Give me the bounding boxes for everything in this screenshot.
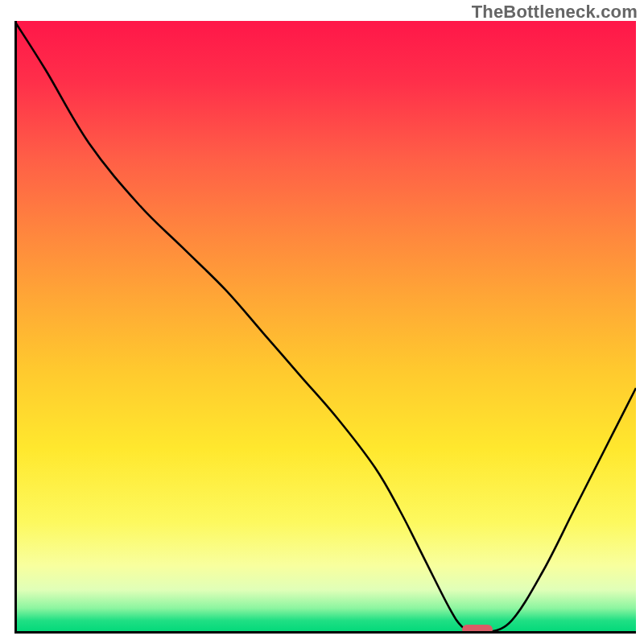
chart-container: TheBottleneck.com [0, 0, 644, 644]
watermark-text: TheBottleneck.com [472, 2, 638, 23]
y-axis [14, 21, 17, 633]
x-axis [14, 631, 636, 634]
bottleneck-curve [14, 21, 636, 633]
curve-path [14, 21, 636, 633]
plot-area [14, 21, 636, 633]
